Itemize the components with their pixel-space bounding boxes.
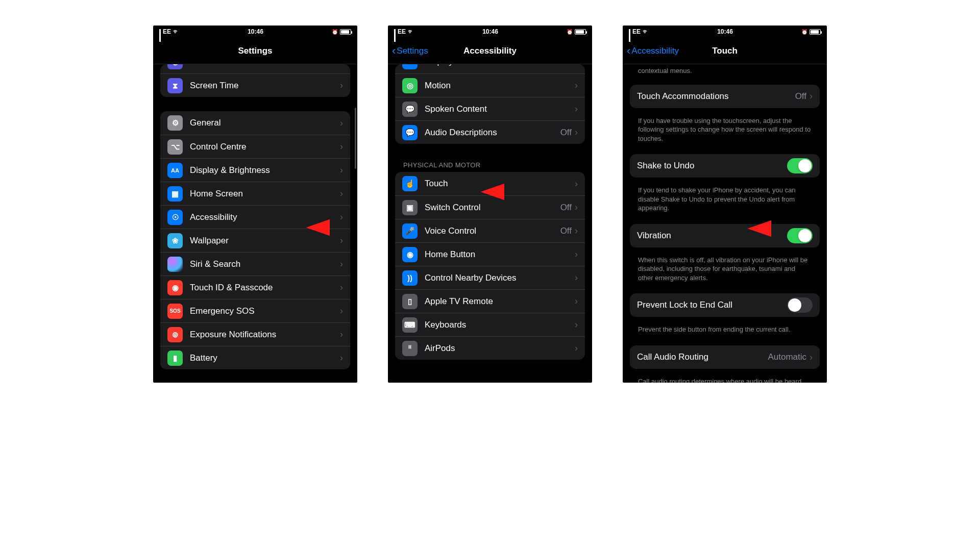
carrier-label: EE [632,28,641,35]
chevron-left-icon: ‹ [627,45,630,57]
home-button-icon: ◉ [402,247,418,262]
row-siri-search[interactable]: Siri & Search › [160,252,350,276]
status-bar: EE ᯤ 10:46 [388,26,592,38]
row-display-brightness[interactable]: AA Display & Brightness › [160,158,350,182]
row-label: Focus [190,64,340,67]
row-motion[interactable]: ◎ Motion › [395,73,585,97]
battery-icon [575,29,586,35]
chevron-right-icon: › [340,329,343,340]
row-display-text-size[interactable]: AA Display & Text Size › [395,64,585,73]
battery-settings-icon: ▮ [167,350,183,366]
back-button[interactable]: ‹ Settings [392,38,428,64]
row-home-screen[interactable]: ▦ Home Screen › [160,182,350,205]
row-spoken-content[interactable]: 💬 Spoken Content › [395,97,585,120]
chevron-right-icon: › [575,296,578,307]
cell-signal-icon [159,29,161,34]
phone-accessibility: EE ᯤ 10:46 ‹ Settings Accessibility AA D [388,26,592,383]
airpods-icon: ᑊᑊ [402,341,418,356]
chevron-right-icon: › [340,141,343,152]
row-value: Off [560,226,572,236]
keyboards-icon: ⌨ [402,317,418,333]
chevron-right-icon: › [340,282,343,293]
siri-icon [167,257,183,272]
row-label: Switch Control [425,203,560,213]
row-home-button[interactable]: ◉ Home Button › [395,242,585,266]
page-title: Settings [238,46,272,56]
status-time: 10:46 [717,28,733,35]
row-airpods[interactable]: ᑊᑊ AirPods › [395,336,585,360]
row-vibration[interactable]: Vibration [630,224,820,247]
cell-signal-icon [629,29,630,34]
touch-id-icon: ◉ [167,280,183,295]
cell-signal-icon [394,29,396,34]
row-general[interactable]: ⚙ General › [160,111,350,135]
chevron-right-icon: › [575,127,578,138]
row-apple-tv-remote[interactable]: ▯ Apple TV Remote › [395,289,585,313]
chevron-right-icon: › [810,352,813,363]
row-label: Display & Brightness [190,165,340,176]
row-label: Shake to Undo [637,161,787,171]
row-label: Call Audio Routing [637,352,768,362]
row-focus[interactable]: ◐ Focus › [160,64,350,73]
chevron-right-icon: › [340,212,343,222]
row-shake-to-undo[interactable]: Shake to Undo [630,154,820,178]
section-footer: If you tend to shake your iPhone by acci… [623,182,827,213]
wifi-icon: ᯤ [408,28,414,35]
gear-icon: ⚙ [167,115,183,131]
alarm-icon [332,28,338,35]
prevent-lock-toggle[interactable] [787,297,813,313]
accessibility-scroll[interactable]: AA Display & Text Size › ◎ Motion › 💬 Sp… [388,64,592,383]
row-call-audio-routing[interactable]: Call Audio Routing Automatic › [630,345,820,369]
chevron-right-icon: › [575,272,578,283]
row-voice-control[interactable]: 🎤 Voice Control Off › [395,219,585,242]
row-exposure-notifications[interactable]: ⊚ Exposure Notifications › [160,322,350,346]
row-value: Off [560,203,572,213]
status-bar: EE ᯤ 10:46 [153,26,357,38]
row-emergency-sos[interactable]: SOS Emergency SOS › [160,299,350,322]
focus-icon: ◐ [167,64,183,69]
annotation-arrow [481,184,504,200]
apple-tv-remote-icon: ▯ [402,294,418,309]
wifi-icon: ᯤ [173,28,179,35]
row-touch-accommodations[interactable]: Touch Accommodations Off › [630,85,820,108]
row-control-centre[interactable]: ⌥ Control Centre › [160,135,350,158]
status-time: 10:46 [248,28,263,35]
section-footer-truncated: contextual menus. [623,64,827,76]
shake-to-undo-toggle[interactable] [787,158,813,173]
nav-bar: ‹ Accessibility Touch [623,38,827,64]
chevron-right-icon: › [575,249,578,260]
row-label: Audio Descriptions [425,128,560,138]
touch-scroll[interactable]: contextual menus. Touch Accommodations O… [623,64,827,383]
row-battery[interactable]: ▮ Battery › [160,346,350,369]
vibration-toggle[interactable] [787,228,813,243]
chevron-right-icon: › [340,118,343,129]
back-button[interactable]: ‹ Accessibility [627,38,679,64]
row-label: Wallpaper [190,236,340,246]
row-label: AirPods [425,343,575,354]
switch-control-icon: ▣ [402,200,418,215]
row-label: Touch Accommodations [637,91,795,102]
alarm-icon [567,28,573,35]
row-label: Spoken Content [425,104,575,114]
row-screen-time[interactable]: ⧗ Screen Time › [160,73,350,97]
display-brightness-icon: AA [167,163,183,178]
back-label: Accessibility [631,46,679,56]
row-label: Emergency SOS [190,306,340,316]
row-label: Home Screen [190,189,340,199]
chevron-right-icon: › [340,259,343,269]
row-label: Siri & Search [190,259,340,269]
row-audio-descriptions[interactable]: 💬 Audio Descriptions Off › [395,120,585,144]
row-control-nearby[interactable]: )) Control Nearby Devices › [395,266,585,289]
nearby-devices-icon: )) [402,270,418,286]
screentime-icon: ⧗ [167,78,183,93]
row-keyboards[interactable]: ⌨ Keyboards › [395,313,585,336]
back-label: Settings [397,46,428,56]
row-label: Prevent Lock to End Call [637,300,787,310]
voice-control-icon: 🎤 [402,223,418,239]
row-touch-id[interactable]: ◉ Touch ID & Passcode › [160,276,350,299]
row-label: Voice Control [425,226,560,236]
row-prevent-lock-end-call[interactable]: Prevent Lock to End Call [630,293,820,317]
section-footer: Call audio routing determines where audi… [623,373,827,383]
screenshot-triptych: EE ᯤ 10:46 Settings ◐ Focus › [0,0,980,551]
exposure-icon: ⊚ [167,327,183,342]
